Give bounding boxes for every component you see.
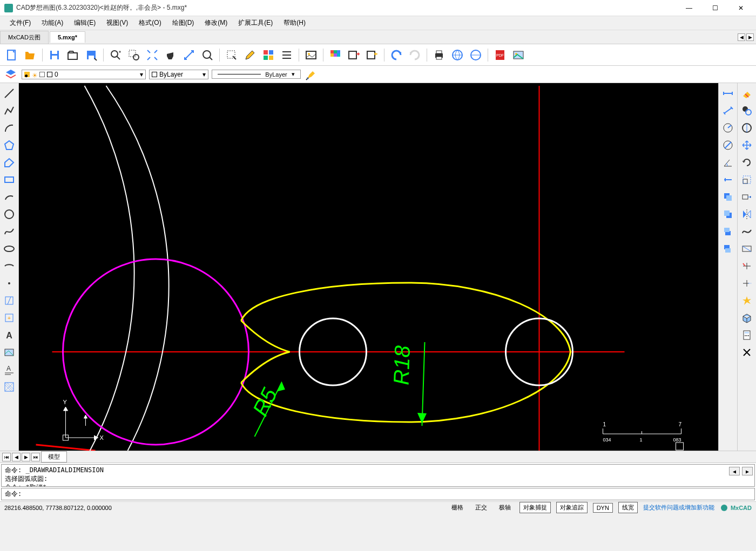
line-icon[interactable] [1, 85, 17, 101]
open-icon[interactable] [22, 46, 39, 64]
drawing-canvas[interactable]: R5 R18 X Y [19, 83, 718, 451]
insert-icon[interactable]: + [1, 310, 17, 326]
dim-aligned-icon[interactable] [720, 103, 736, 119]
feedback-link[interactable]: 提交软件问题或增加新功能 [643, 504, 714, 512]
menu-function[interactable]: 功能(A) [36, 16, 69, 30]
layer-manager-icon[interactable] [3, 67, 18, 82]
tab-prev[interactable]: ◀ [738, 33, 745, 41]
pentagon-icon[interactable] [1, 154, 17, 171]
menu-file[interactable]: 文件(F) [4, 16, 36, 30]
move-below-icon[interactable] [720, 241, 736, 257]
zoom-prev-icon[interactable] [180, 46, 198, 64]
region-icon[interactable] [1, 379, 17, 395]
menu-modify[interactable]: 修改(M) [199, 16, 233, 30]
menu-exttools[interactable]: 扩展工具(E) [233, 16, 278, 30]
open2-icon[interactable] [64, 46, 82, 64]
arc2-icon[interactable] [1, 189, 17, 205]
status-otrack[interactable]: 对象追踪 [556, 502, 588, 513]
extend2-icon[interactable] [739, 275, 755, 291]
layout-first[interactable]: ⏮ [2, 453, 11, 461]
explode-icon[interactable] [739, 292, 755, 309]
palette-icon[interactable] [260, 46, 277, 64]
menu-view[interactable]: 视图(V) [101, 16, 133, 30]
status-osnap[interactable]: 对象捕捉 [519, 502, 551, 513]
mtext-icon[interactable]: A [1, 362, 17, 378]
zoom-extents-icon[interactable] [144, 46, 161, 64]
undo-icon[interactable] [388, 46, 405, 64]
zoom-realtime-icon[interactable] [107, 46, 124, 64]
cmd-scroll-left[interactable]: ◀ [729, 467, 740, 475]
select-rect-icon[interactable] [223, 46, 240, 64]
new-icon[interactable] [3, 46, 21, 64]
status-ortho[interactable]: 正交 [472, 502, 490, 513]
copy-icon[interactable] [739, 103, 755, 119]
calc-icon[interactable] [739, 327, 755, 343]
dim-angular-icon[interactable] [720, 154, 736, 171]
cmd-scroll-right[interactable]: ▶ [742, 467, 753, 475]
edit-pencil-icon[interactable] [241, 46, 259, 64]
print-icon[interactable] [430, 46, 448, 64]
zoom-icon[interactable] [199, 46, 216, 64]
web2-icon[interactable] [467, 46, 484, 64]
tab-cloud[interactable]: MxCAD云图 [0, 31, 49, 44]
layout-next[interactable]: ▶ [22, 453, 30, 461]
menu-format[interactable]: 格式(O) [133, 16, 166, 30]
box-icon[interactable] [739, 310, 755, 326]
erase-icon[interactable] [739, 85, 755, 101]
mirror2-icon[interactable] [739, 206, 755, 222]
move-back-icon[interactable] [720, 206, 736, 222]
minimize-button[interactable]: — [678, 2, 700, 15]
dim-linear-icon[interactable] [720, 85, 736, 101]
stretch-icon[interactable] [739, 189, 755, 205]
status-lwt[interactable]: 线宽 [618, 502, 638, 513]
web-icon[interactable] [449, 46, 466, 64]
rectangle-icon[interactable] [1, 172, 17, 188]
move-above-icon[interactable] [720, 223, 736, 240]
pline-icon[interactable] [1, 103, 17, 119]
polygon-icon[interactable] [1, 137, 17, 153]
menu-draw[interactable]: 绘图(D) [167, 16, 200, 30]
circle-icon[interactable] [1, 206, 17, 222]
dim-ordinate-icon[interactable] [720, 172, 736, 188]
layer-selector[interactable]: ● ☀ 0 ▾ [22, 70, 146, 79]
block-icon[interactable] [1, 292, 17, 309]
ellipse-icon[interactable] [1, 241, 17, 257]
rotate-icon[interactable] [739, 154, 755, 171]
import-icon[interactable] [363, 46, 381, 64]
command-input[interactable] [24, 491, 751, 498]
hatch-icon[interactable] [1, 344, 17, 360]
pan-icon[interactable] [162, 46, 179, 64]
model-tab[interactable]: 模型 [41, 451, 67, 462]
export-icon[interactable] [345, 46, 362, 64]
close-button[interactable]: ✕ [730, 2, 752, 15]
move-icon[interactable] [739, 137, 755, 153]
tab-drawing[interactable]: 5.mxg* [50, 31, 85, 43]
layout-prev[interactable]: ◀ [12, 453, 21, 461]
linetype-selector[interactable]: ByLayer ▾ [212, 70, 301, 79]
scale-icon[interactable] [739, 172, 755, 188]
pdf-icon[interactable]: PDF [491, 46, 509, 64]
trim-icon[interactable] [739, 223, 755, 240]
mirror-icon[interactable] [739, 120, 755, 136]
picture-icon[interactable] [510, 46, 527, 64]
status-grid[interactable]: 栅格 [448, 502, 467, 513]
trim2-icon[interactable] [739, 258, 755, 274]
save-icon[interactable] [46, 46, 63, 64]
text-icon[interactable]: A [1, 327, 17, 343]
spline-icon[interactable] [1, 223, 17, 240]
status-polar[interactable]: 极轴 [496, 502, 514, 513]
saveas-icon[interactable] [83, 46, 100, 64]
menu-help[interactable]: 帮助(H) [278, 16, 311, 30]
dim-radius-icon[interactable] [720, 120, 736, 136]
color-grid-icon[interactable] [327, 46, 344, 64]
maximize-button[interactable]: ☐ [704, 2, 726, 15]
color-selector[interactable]: ByLayer ▾ [149, 70, 208, 79]
arc-icon[interactable] [1, 120, 17, 136]
close-tool-icon[interactable] [739, 344, 755, 360]
redo-icon[interactable] [406, 46, 423, 64]
ellipse-arc-icon[interactable] [1, 258, 17, 274]
image-icon[interactable] [302, 46, 320, 64]
menu-edit[interactable]: 编辑(E) [69, 16, 101, 30]
point-icon[interactable] [1, 275, 17, 291]
status-dyn[interactable]: DYN [593, 503, 613, 513]
